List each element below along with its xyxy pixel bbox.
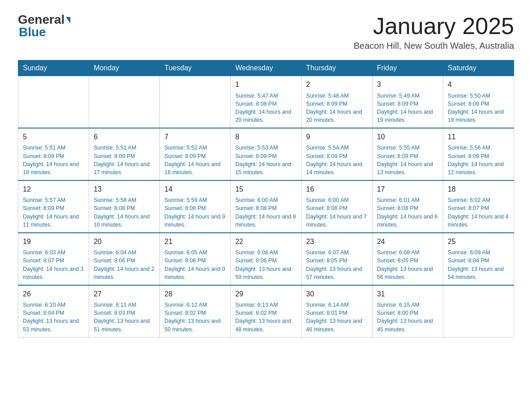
day-info: Sunrise: 5:53 AM Sunset: 8:09 PM Dayligh… xyxy=(235,144,296,176)
day-info: Sunrise: 5:55 AM Sunset: 8:09 PM Dayligh… xyxy=(377,144,438,176)
day-info: Sunrise: 5:59 AM Sunset: 8:08 PM Dayligh… xyxy=(164,196,226,229)
day-number: 22 xyxy=(235,237,296,247)
calendar-title: January 2025 xyxy=(354,13,514,39)
table-row: 15Sunrise: 6:00 AM Sunset: 8:08 PM Dayli… xyxy=(231,180,301,233)
day-info: Sunrise: 6:00 AM Sunset: 8:08 PM Dayligh… xyxy=(235,196,296,229)
day-info: Sunrise: 6:07 AM Sunset: 8:05 PM Dayligh… xyxy=(306,248,368,281)
day-number: 1 xyxy=(235,80,296,90)
table-row: 21Sunrise: 6:05 AM Sunset: 8:06 PM Dayli… xyxy=(160,233,231,285)
day-number: 14 xyxy=(164,184,226,194)
table-row: 17Sunrise: 6:01 AM Sunset: 8:08 PM Dayli… xyxy=(372,180,443,233)
day-info: Sunrise: 5:47 AM Sunset: 8:08 PM Dayligh… xyxy=(235,92,296,124)
day-number: 21 xyxy=(164,237,226,247)
table-row: 27Sunrise: 6:11 AM Sunset: 8:03 PM Dayli… xyxy=(89,285,160,337)
table-row xyxy=(443,285,514,337)
table-row: 13Sunrise: 5:58 AM Sunset: 8:08 PM Dayli… xyxy=(89,180,160,233)
day-info: Sunrise: 5:50 AM Sunset: 8:09 PM Dayligh… xyxy=(448,92,509,124)
calendar-header-row: Sunday Monday Tuesday Wednesday Thursday… xyxy=(18,60,514,76)
day-info: Sunrise: 5:56 AM Sunset: 8:09 PM Dayligh… xyxy=(448,144,509,176)
calendar-week-row: 19Sunrise: 6:03 AM Sunset: 8:07 PM Dayli… xyxy=(18,233,514,285)
logo-blue-text: Blue xyxy=(18,25,46,39)
table-row: 19Sunrise: 6:03 AM Sunset: 8:07 PM Dayli… xyxy=(18,233,89,285)
table-row: 8Sunrise: 5:53 AM Sunset: 8:09 PM Daylig… xyxy=(231,128,301,180)
logo-general-text: General xyxy=(18,13,64,26)
header-saturday: Saturday xyxy=(443,60,514,76)
table-row: 30Sunrise: 6:14 AM Sunset: 8:01 PM Dayli… xyxy=(301,285,372,337)
day-number: 6 xyxy=(94,132,155,142)
day-info: Sunrise: 5:51 AM Sunset: 8:09 PM Dayligh… xyxy=(94,144,155,176)
day-number: 16 xyxy=(306,184,368,194)
day-number: 31 xyxy=(377,289,438,299)
table-row: 28Sunrise: 6:12 AM Sunset: 8:02 PM Dayli… xyxy=(160,285,231,337)
day-number: 10 xyxy=(377,132,438,142)
table-row: 16Sunrise: 6:00 AM Sunset: 8:08 PM Dayli… xyxy=(301,180,372,233)
day-number: 13 xyxy=(94,184,155,194)
table-row: 14Sunrise: 5:59 AM Sunset: 8:08 PM Dayli… xyxy=(160,180,231,233)
day-number: 28 xyxy=(164,289,226,299)
calendar-table: Sunday Monday Tuesday Wednesday Thursday… xyxy=(18,60,514,337)
day-number: 15 xyxy=(235,184,296,194)
day-info: Sunrise: 5:49 AM Sunset: 8:09 PM Dayligh… xyxy=(377,92,438,124)
day-number: 24 xyxy=(377,237,438,247)
day-number: 18 xyxy=(448,184,509,194)
day-number: 5 xyxy=(23,132,84,142)
table-row: 2Sunrise: 5:48 AM Sunset: 8:09 PM Daylig… xyxy=(301,76,372,128)
day-info: Sunrise: 5:57 AM Sunset: 8:09 PM Dayligh… xyxy=(23,196,84,229)
day-number: 3 xyxy=(377,80,438,90)
table-row: 9Sunrise: 5:54 AM Sunset: 8:09 PM Daylig… xyxy=(301,128,372,180)
day-info: Sunrise: 5:51 AM Sunset: 8:09 PM Dayligh… xyxy=(23,144,84,176)
day-info: Sunrise: 6:03 AM Sunset: 8:07 PM Dayligh… xyxy=(23,248,84,281)
day-info: Sunrise: 6:08 AM Sunset: 8:05 PM Dayligh… xyxy=(377,248,438,281)
table-row: 6Sunrise: 5:51 AM Sunset: 8:09 PM Daylig… xyxy=(89,128,160,180)
day-number: 23 xyxy=(306,237,368,247)
table-row: 29Sunrise: 6:13 AM Sunset: 8:02 PM Dayli… xyxy=(231,285,301,337)
day-number: 19 xyxy=(23,237,84,247)
table-row: 5Sunrise: 5:51 AM Sunset: 8:09 PM Daylig… xyxy=(18,128,89,180)
table-row: 11Sunrise: 5:56 AM Sunset: 8:09 PM Dayli… xyxy=(443,128,514,180)
day-number: 29 xyxy=(235,289,296,299)
day-number: 20 xyxy=(94,237,155,247)
table-row: 26Sunrise: 6:10 AM Sunset: 8:04 PM Dayli… xyxy=(18,285,89,337)
day-info: Sunrise: 6:05 AM Sunset: 8:06 PM Dayligh… xyxy=(164,248,226,281)
table-row: 20Sunrise: 6:04 AM Sunset: 8:06 PM Dayli… xyxy=(89,233,160,285)
day-number: 17 xyxy=(377,184,438,194)
table-row: 1Sunrise: 5:47 AM Sunset: 8:08 PM Daylig… xyxy=(231,76,301,128)
table-row: 12Sunrise: 5:57 AM Sunset: 8:09 PM Dayli… xyxy=(18,180,89,233)
day-info: Sunrise: 6:02 AM Sunset: 8:07 PM Dayligh… xyxy=(448,196,509,229)
day-info: Sunrise: 5:54 AM Sunset: 8:09 PM Dayligh… xyxy=(306,144,368,176)
page-header: General Blue January 2025 Beacon Hill, N… xyxy=(18,13,514,51)
day-number: 8 xyxy=(235,132,296,142)
day-number: 11 xyxy=(448,132,509,142)
day-number: 30 xyxy=(306,289,368,299)
day-info: Sunrise: 6:12 AM Sunset: 8:02 PM Dayligh… xyxy=(164,301,226,334)
day-info: Sunrise: 6:15 AM Sunset: 8:00 PM Dayligh… xyxy=(377,301,438,334)
day-info: Sunrise: 5:58 AM Sunset: 8:08 PM Dayligh… xyxy=(94,196,155,229)
table-row xyxy=(18,76,89,128)
table-row: 25Sunrise: 6:09 AM Sunset: 8:04 PM Dayli… xyxy=(443,233,514,285)
header-tuesday: Tuesday xyxy=(160,60,231,76)
day-info: Sunrise: 6:00 AM Sunset: 8:08 PM Dayligh… xyxy=(306,196,368,229)
header-friday: Friday xyxy=(372,60,443,76)
day-number: 25 xyxy=(448,237,509,247)
header-wednesday: Wednesday xyxy=(231,60,301,76)
day-number: 26 xyxy=(23,289,84,299)
day-info: Sunrise: 6:11 AM Sunset: 8:03 PM Dayligh… xyxy=(94,301,155,334)
table-row xyxy=(89,76,160,128)
table-row: 3Sunrise: 5:49 AM Sunset: 8:09 PM Daylig… xyxy=(372,76,443,128)
table-row: 4Sunrise: 5:50 AM Sunset: 8:09 PM Daylig… xyxy=(443,76,514,128)
day-info: Sunrise: 6:10 AM Sunset: 8:04 PM Dayligh… xyxy=(23,301,84,334)
table-row: 24Sunrise: 6:08 AM Sunset: 8:05 PM Dayli… xyxy=(372,233,443,285)
day-info: Sunrise: 6:14 AM Sunset: 8:01 PM Dayligh… xyxy=(306,301,368,334)
day-number: 7 xyxy=(164,132,226,142)
calendar-subtitle: Beacon Hill, New South Wales, Australia xyxy=(354,41,514,51)
logo: General Blue xyxy=(18,13,70,39)
day-number: 12 xyxy=(23,184,84,194)
day-number: 27 xyxy=(94,289,155,299)
day-info: Sunrise: 6:13 AM Sunset: 8:02 PM Dayligh… xyxy=(235,301,296,334)
calendar-week-row: 5Sunrise: 5:51 AM Sunset: 8:09 PM Daylig… xyxy=(18,128,514,180)
header-sunday: Sunday xyxy=(18,60,89,76)
day-info: Sunrise: 5:48 AM Sunset: 8:09 PM Dayligh… xyxy=(306,92,368,124)
header-monday: Monday xyxy=(89,60,160,76)
day-info: Sunrise: 6:06 AM Sunset: 8:06 PM Dayligh… xyxy=(235,248,296,281)
table-row: 22Sunrise: 6:06 AM Sunset: 8:06 PM Dayli… xyxy=(231,233,301,285)
